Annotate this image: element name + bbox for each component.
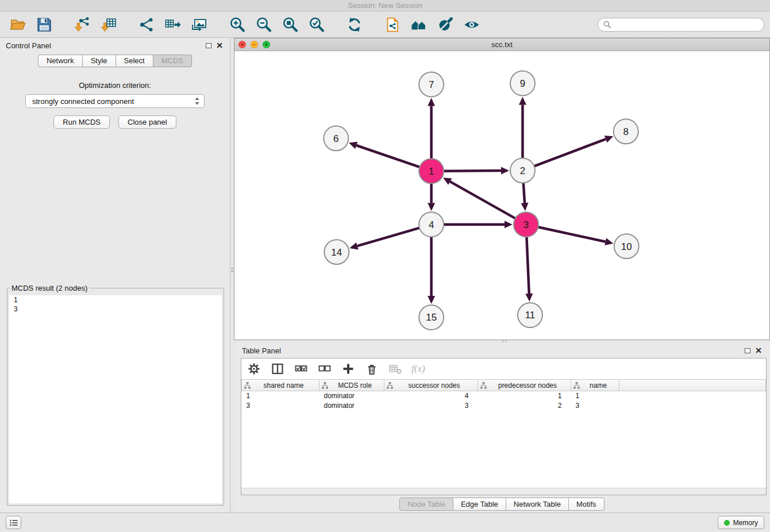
edge-3-11[interactable] bbox=[526, 236, 529, 294]
export-image-button[interactable] bbox=[187, 14, 211, 36]
graph-node-7[interactable]: 7 bbox=[419, 72, 444, 97]
open-session-button[interactable] bbox=[6, 14, 30, 36]
close-window-button[interactable]: × bbox=[238, 41, 246, 48]
network-window: × − + scc.txt 7968124314101511 bbox=[234, 38, 770, 340]
memory-label: Memory bbox=[733, 519, 758, 527]
edge-arrowhead bbox=[501, 167, 509, 175]
close-panel-button[interactable]: Close panel bbox=[118, 115, 176, 129]
edge-arrowhead bbox=[349, 242, 358, 249]
run-mcds-button[interactable]: Run MCDS bbox=[53, 115, 110, 129]
graph-node-14[interactable]: 14 bbox=[324, 240, 349, 264]
first-neighbors-button[interactable] bbox=[407, 14, 431, 36]
search-icon bbox=[603, 21, 611, 28]
memory-button[interactable]: Memory bbox=[718, 516, 764, 529]
edge-4-14[interactable] bbox=[357, 228, 420, 246]
function-builder-button[interactable]: f(x) bbox=[411, 361, 425, 376]
show-column-panel-button[interactable] bbox=[270, 361, 285, 376]
node-table-row[interactable]: 1dominator411 bbox=[242, 391, 766, 401]
float-panel-icon[interactable] bbox=[206, 43, 211, 48]
delete-table-button[interactable] bbox=[388, 361, 403, 376]
import-table-button[interactable] bbox=[97, 14, 121, 36]
tab-mcds[interactable]: MCDS bbox=[153, 55, 192, 67]
node-label: 4 bbox=[429, 219, 434, 230]
edge-3-10[interactable] bbox=[537, 227, 605, 242]
tab-style[interactable]: Style bbox=[83, 55, 116, 67]
graph-node-3[interactable]: 3 bbox=[514, 212, 538, 237]
edge-1-2[interactable] bbox=[443, 171, 501, 171]
mcds-result-list: 13 bbox=[9, 295, 222, 503]
network-canvas[interactable]: 7968124314101511 bbox=[234, 51, 769, 340]
tab-node-table[interactable]: Node Table bbox=[399, 498, 453, 511]
refresh-view-button[interactable] bbox=[342, 14, 367, 36]
column-header-predecessor-nodes[interactable]: predecessor nodes bbox=[478, 380, 571, 391]
node-label: 1 bbox=[429, 166, 434, 177]
table-settings-button[interactable] bbox=[247, 361, 261, 376]
node-table-row[interactable]: 3dominator323 bbox=[242, 401, 766, 411]
import-network-button[interactable] bbox=[70, 14, 94, 36]
maximize-window-button[interactable]: + bbox=[263, 41, 270, 48]
horizontal-scrollbar[interactable] bbox=[241, 488, 766, 495]
mcds-result-title: MCDS result (2 nodes) bbox=[10, 284, 89, 292]
graph-node-10[interactable]: 10 bbox=[614, 234, 639, 259]
node-label: 8 bbox=[623, 126, 629, 137]
graph-node-4[interactable]: 4 bbox=[419, 212, 444, 237]
show-panels-button[interactable] bbox=[6, 516, 21, 529]
hide-selected-button[interactable] bbox=[433, 14, 457, 36]
float-panel-icon[interactable] bbox=[745, 348, 750, 353]
edge-2-8[interactable] bbox=[534, 139, 606, 166]
zoom-selected-button[interactable] bbox=[305, 14, 329, 36]
graph-node-15[interactable]: 15 bbox=[419, 305, 444, 330]
select-all-button[interactable] bbox=[294, 361, 309, 376]
graph-node-8[interactable]: 8 bbox=[614, 119, 638, 144]
graph-node-11[interactable]: 11 bbox=[518, 303, 542, 327]
table-panel-title: Table Panel bbox=[242, 346, 281, 355]
import-network-icon bbox=[74, 16, 91, 33]
column-header-name[interactable]: name bbox=[571, 380, 619, 391]
tab-motifs[interactable]: Motifs bbox=[569, 498, 605, 511]
column-header-shared-name[interactable]: shared name bbox=[242, 380, 319, 391]
graph-node-2[interactable]: 2 bbox=[510, 158, 535, 183]
splitter-grip bbox=[231, 268, 233, 273]
minimize-window-button[interactable]: − bbox=[251, 41, 258, 48]
search-input[interactable] bbox=[614, 20, 759, 29]
annotation-button[interactable] bbox=[380, 14, 405, 36]
network-view[interactable]: 7968124314101511 bbox=[234, 51, 769, 340]
edge-1-6[interactable] bbox=[356, 145, 420, 167]
mcds-result-item[interactable]: 1 bbox=[9, 295, 222, 304]
unselect-all-button[interactable] bbox=[317, 361, 332, 376]
tab-edge-table[interactable]: Edge Table bbox=[453, 498, 506, 511]
close-panel-icon[interactable]: ✕ bbox=[216, 43, 223, 48]
column-header-MCDS-role[interactable]: MCDS role bbox=[319, 380, 384, 391]
criterion-select[interactable]: strongly connected component bbox=[25, 94, 205, 108]
edge-arrowhead bbox=[605, 238, 613, 245]
zoom-in-button[interactable] bbox=[225, 14, 249, 36]
edge-3-1[interactable] bbox=[450, 182, 515, 218]
graph-node-9[interactable]: 9 bbox=[510, 71, 535, 95]
column-type-icon bbox=[480, 382, 487, 389]
create-column-button[interactable] bbox=[341, 361, 356, 376]
horizontal-splitter[interactable] bbox=[234, 340, 770, 343]
vertical-splitter[interactable] bbox=[230, 38, 234, 512]
dropdown-arrows-icon bbox=[194, 97, 200, 106]
select-all-icon bbox=[295, 363, 307, 375]
show-graphics-details-button[interactable] bbox=[460, 14, 484, 36]
graph-node-1[interactable]: 1 bbox=[419, 159, 444, 183]
delete-column-button[interactable] bbox=[364, 361, 379, 376]
control-panel-tabs: Network Style Select MCDS bbox=[0, 55, 230, 67]
column-header-successor-nodes[interactable]: successor nodes bbox=[384, 380, 478, 391]
zoom-out-button[interactable] bbox=[252, 14, 276, 36]
close-panel-icon[interactable]: ✕ bbox=[755, 348, 762, 353]
import-table-icon bbox=[100, 16, 117, 33]
save-session-button[interactable] bbox=[32, 14, 56, 36]
control-panel-header: Control Panel ✕ bbox=[0, 38, 230, 53]
tab-select[interactable]: Select bbox=[116, 55, 153, 67]
edge-2-3[interactable] bbox=[523, 182, 525, 203]
tab-network[interactable]: Network bbox=[38, 55, 83, 67]
zoom-fit-button[interactable] bbox=[278, 14, 302, 36]
tab-network-table[interactable]: Network Table bbox=[506, 498, 569, 511]
zoom-in-icon bbox=[229, 16, 246, 33]
export-table-button[interactable] bbox=[161, 14, 185, 36]
mcds-result-item[interactable]: 3 bbox=[9, 304, 222, 314]
export-network-button[interactable] bbox=[134, 14, 159, 36]
graph-node-6[interactable]: 6 bbox=[324, 126, 348, 151]
